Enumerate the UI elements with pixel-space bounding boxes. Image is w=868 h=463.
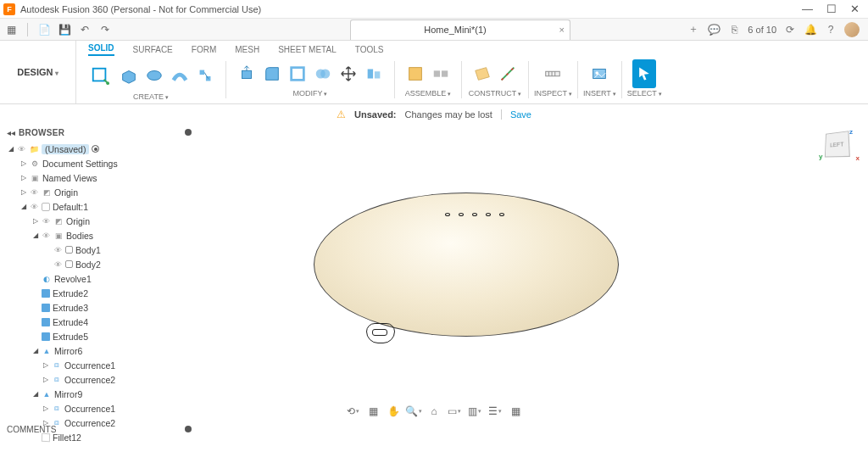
tab-form[interactable]: FORM xyxy=(192,45,216,56)
plane-icon[interactable] xyxy=(470,59,494,88)
combine-icon[interactable] xyxy=(311,59,335,88)
save-button[interactable]: 💾 xyxy=(57,22,72,37)
workspace-switcher[interactable]: DESIGN xyxy=(17,67,58,77)
workspace-panel[interactable]: DESIGN xyxy=(0,41,76,103)
tree-label: Extrude2 xyxy=(53,288,88,298)
extensions-icon[interactable]: ⎘ xyxy=(727,23,741,36)
viewcube-face[interactable]: LEFT xyxy=(825,131,850,157)
activate-icon[interactable] xyxy=(92,145,99,153)
extrude-icon[interactable] xyxy=(117,61,141,90)
sketch-icon[interactable] xyxy=(85,59,115,92)
tab-solid[interactable]: SOLID xyxy=(88,43,114,56)
display-button[interactable]: ▭ xyxy=(448,404,461,418)
viewport[interactable]: ◂◂ BROWSER ◢👁📁(Unsaved) ▷⚙Document Setti… xyxy=(0,125,868,438)
loft-icon[interactable] xyxy=(193,61,217,90)
document-tab[interactable]: Home_Mini*(1) × xyxy=(350,20,570,40)
align-icon[interactable] xyxy=(362,59,386,88)
measure-icon[interactable] xyxy=(541,59,565,88)
tree-label: Body2 xyxy=(75,259,101,270)
job-status-label[interactable]: 6 of 10 xyxy=(748,25,776,35)
tree-occ1a[interactable]: ▷⧈Occurrence1 xyxy=(3,358,195,372)
comments-options-icon[interactable] xyxy=(185,426,192,432)
select-icon[interactable] xyxy=(632,59,656,88)
tree-origin1[interactable]: ▷👁◩Origin xyxy=(3,214,195,228)
tree-body2[interactable]: 👁Body2 xyxy=(3,257,195,271)
tree-extrude3[interactable]: Extrude3 xyxy=(3,300,195,315)
tree-extrude2[interactable]: Extrude2 xyxy=(3,286,195,300)
presspull-icon[interactable] xyxy=(235,59,259,88)
collapse-icon[interactable]: ◂◂ xyxy=(7,128,15,137)
joint-icon[interactable] xyxy=(429,59,453,88)
views-button[interactable]: ☰ xyxy=(488,404,502,418)
tree-revolve1[interactable]: ◐Revolve1 xyxy=(3,271,195,286)
tree-origin-root[interactable]: ▷👁◩Origin xyxy=(3,185,195,199)
tree-extrude5[interactable]: Extrude5 xyxy=(3,329,195,343)
close-tab-icon[interactable]: × xyxy=(559,25,565,35)
info-bar: ⚠ Unsaved: Changes may be lost Save xyxy=(0,104,868,125)
close-button[interactable]: ✕ xyxy=(850,3,860,15)
tree-mirror9[interactable]: ◢▲Mirror9 xyxy=(3,387,195,401)
svg-rect-11 xyxy=(375,71,380,78)
group-inspect-label[interactable]: INSPECT xyxy=(534,89,572,98)
tree-named-views[interactable]: ▷▣Named Views xyxy=(3,170,195,185)
redo-button[interactable]: ↷ xyxy=(97,22,113,37)
browser-options-icon[interactable] xyxy=(185,129,192,136)
lookat-button[interactable]: ▦ xyxy=(366,404,380,418)
zoom-button[interactable]: 🔍 xyxy=(407,404,420,418)
model-body[interactable] xyxy=(305,184,627,396)
user-avatar[interactable] xyxy=(844,22,860,37)
grid-button[interactable]: ▥ xyxy=(468,404,481,418)
notifications-icon[interactable]: 🔔 xyxy=(804,23,817,36)
tree-mirror6[interactable]: ◢▲Mirror6 xyxy=(3,343,195,358)
group-modify-label[interactable]: MODIFY xyxy=(293,89,328,98)
group-select-label[interactable]: SELECT xyxy=(627,89,662,98)
snap-button[interactable]: ▦ xyxy=(509,404,522,418)
undo-button[interactable]: ↶ xyxy=(77,22,92,37)
group-insert-label[interactable]: INSERT xyxy=(583,89,616,98)
comment-icon[interactable]: 💬 xyxy=(707,23,721,36)
tab-tools[interactable]: TOOLS xyxy=(355,45,384,56)
component-icon[interactable] xyxy=(403,59,427,88)
browser-header[interactable]: ◂◂ BROWSER xyxy=(3,125,195,140)
revolve-icon[interactable] xyxy=(142,61,166,90)
file-menu-button[interactable]: 📄 xyxy=(36,22,52,37)
axis-icon[interactable] xyxy=(496,59,520,88)
shell-icon[interactable] xyxy=(286,59,309,88)
tab-surface[interactable]: SURFACE xyxy=(133,45,173,56)
new-design-button[interactable]: ＋ xyxy=(687,23,700,36)
updates-icon[interactable]: ⟳ xyxy=(783,23,797,36)
tree-root[interactable]: ◢👁📁(Unsaved) xyxy=(3,142,195,156)
tree-bodies[interactable]: ◢👁▣Bodies xyxy=(3,228,195,243)
tree-component[interactable]: ◢👁Default:1 xyxy=(3,199,195,214)
tree-label: Mirror6 xyxy=(54,346,82,356)
svg-point-9 xyxy=(320,70,330,79)
tree-extrude4[interactable]: Extrude4 xyxy=(3,315,195,329)
tree-occ2a[interactable]: ▷⧈Occurrence2 xyxy=(3,372,195,387)
fillet-icon[interactable] xyxy=(260,59,284,88)
tree-label: Default:1 xyxy=(53,202,88,212)
help-icon[interactable]: ? xyxy=(824,23,837,36)
viewcube[interactable]: LEFT z y x xyxy=(824,131,856,164)
fit-button[interactable]: ⌂ xyxy=(427,404,441,418)
group-create-label[interactable]: CREATE xyxy=(133,92,169,101)
group-construct: CONSTRUCT xyxy=(467,59,523,98)
tab-sheet-metal[interactable]: SHEET METAL xyxy=(278,45,337,56)
data-panel-button[interactable]: ▦ xyxy=(3,22,19,37)
info-save-link[interactable]: Save xyxy=(501,109,531,120)
sweep-icon[interactable] xyxy=(168,61,192,90)
minimize-button[interactable]: — xyxy=(802,3,813,15)
pan-button[interactable]: ✋ xyxy=(387,404,400,418)
orbit-button[interactable]: ⟲ xyxy=(346,404,359,418)
group-assemble-label[interactable]: ASSEMBLE xyxy=(405,89,451,98)
tab-mesh[interactable]: MESH xyxy=(235,45,259,56)
group-construct-label[interactable]: CONSTRUCT xyxy=(469,89,521,98)
insert-icon[interactable] xyxy=(587,59,611,88)
tree-body1[interactable]: 👁Body1 xyxy=(3,243,195,257)
move-icon[interactable] xyxy=(337,59,360,88)
maximize-button[interactable]: ☐ xyxy=(826,3,837,15)
tree-occ1b[interactable]: ▷⧈Occurrence1 xyxy=(3,401,195,416)
separator xyxy=(225,61,226,98)
tree-doc-settings[interactable]: ▷⚙Document Settings xyxy=(3,156,195,170)
tree-label: Body1 xyxy=(75,245,101,255)
comments-panel[interactable]: COMMENTS xyxy=(3,421,195,437)
